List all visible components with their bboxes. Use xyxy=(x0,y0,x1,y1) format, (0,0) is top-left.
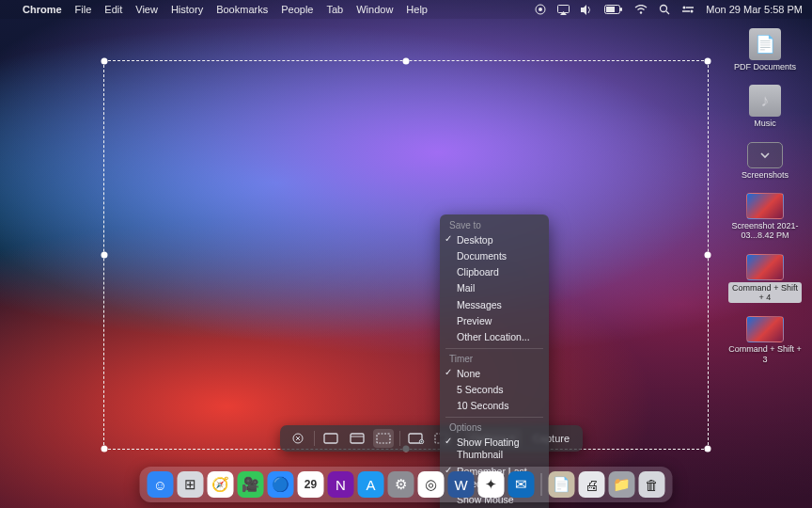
dock-app-calendar[interactable]: 29 xyxy=(298,471,324,498)
dock-separator xyxy=(541,473,542,496)
spotlight-icon[interactable] xyxy=(659,4,670,15)
battery-icon[interactable] xyxy=(604,5,623,14)
record-status-icon[interactable] xyxy=(535,4,546,15)
dock-app-safari[interactable]: 🧭 xyxy=(208,471,234,498)
record-screen-button[interactable] xyxy=(406,429,427,448)
dock-app-launchpad[interactable]: ⊞ xyxy=(178,471,204,498)
dock: ☺⊞🧭🎥🔵29NA⚙◎W✦✉📄🖨📁🗑 xyxy=(140,467,673,502)
popover-item[interactable]: Desktop xyxy=(440,232,549,248)
dock-app-slack[interactable]: ✦ xyxy=(478,471,505,498)
menu-window[interactable]: Window xyxy=(356,4,393,15)
capture-entire-screen-button[interactable] xyxy=(320,429,341,448)
dock-app-zoom[interactable]: 🔵 xyxy=(268,471,294,498)
screenshot-thumb-icon xyxy=(746,316,784,342)
volume-icon[interactable] xyxy=(581,5,593,15)
screenshot-thumb-icon xyxy=(746,193,784,219)
selection-handle-nw[interactable] xyxy=(102,58,108,65)
desktop-folder-pdf[interactable]: 📄 PDF Documents xyxy=(727,28,803,71)
desktop-label: Music xyxy=(754,119,776,128)
menu-view[interactable]: View xyxy=(135,4,158,15)
menu-history[interactable]: History xyxy=(171,4,203,15)
dock-app-finder[interactable]: ☺ xyxy=(148,471,174,498)
desktop-icons: 📄 PDF Documents ♪ Music Screenshots Scre… xyxy=(727,28,803,364)
screenshot-thumb-icon xyxy=(746,254,784,280)
desktop-label: Command + Shift + 4 xyxy=(728,282,802,304)
airplay-icon[interactable] xyxy=(557,5,570,15)
selection-handle-ne[interactable] xyxy=(705,58,711,65)
svg-line-10 xyxy=(666,11,669,14)
control-center-icon[interactable] xyxy=(681,5,695,14)
desktop-screenshot-2[interactable]: Command + Shift + 4 xyxy=(727,254,803,304)
popover-item[interactable]: Messages xyxy=(440,297,549,313)
svg-rect-18 xyxy=(324,434,337,443)
svg-point-13 xyxy=(691,10,694,13)
popover-item[interactable]: Mail xyxy=(440,280,549,296)
dock-app-appstore[interactable]: A xyxy=(358,471,384,498)
folder-icon: ♪ xyxy=(749,85,781,117)
svg-marker-4 xyxy=(581,5,586,15)
svg-rect-19 xyxy=(351,434,364,443)
wifi-icon[interactable] xyxy=(634,5,648,14)
desktop-label: Screenshot 2021-03...8.42 PM xyxy=(728,221,802,241)
popover-item[interactable]: Clipboard xyxy=(440,264,549,280)
toolbar-divider xyxy=(399,431,400,446)
toolbar-divider xyxy=(314,431,315,446)
popover-heading: Options xyxy=(440,421,549,435)
dock-app-word[interactable]: W xyxy=(448,471,475,498)
selection-handle-n[interactable] xyxy=(403,58,410,65)
desktop-folder-music[interactable]: ♪ Music xyxy=(727,85,803,128)
popover-item[interactable]: Show Floating Thumbnail xyxy=(440,435,549,463)
popover-heading: Timer xyxy=(440,352,549,366)
desktop-label: Screenshots xyxy=(742,170,789,180)
dock-app-facetime[interactable]: 🎥 xyxy=(238,471,264,498)
dropzone-icon xyxy=(747,142,783,168)
dock-app-folder[interactable]: 📁 xyxy=(609,471,635,498)
desktop-dropzone-screenshots[interactable]: Screenshots xyxy=(727,142,803,180)
svg-rect-6 xyxy=(606,7,615,12)
dock-app-chrome[interactable]: ◎ xyxy=(418,471,445,498)
popover-item[interactable]: 10 Seconds xyxy=(440,398,549,414)
svg-point-9 xyxy=(661,6,667,12)
popover-item[interactable]: None xyxy=(440,366,549,382)
desktop-screenshot-1[interactable]: Screenshot 2021-03...8.42 PM xyxy=(727,193,803,241)
desktop-label: Command + Shift + 3 xyxy=(728,344,802,364)
svg-point-24 xyxy=(421,441,423,443)
svg-rect-7 xyxy=(620,8,622,11)
selection-handle-e[interactable] xyxy=(705,252,711,259)
menu-file[interactable]: File xyxy=(75,4,92,15)
dock-app-settings[interactable]: ⚙ xyxy=(388,471,414,498)
svg-rect-21 xyxy=(377,434,390,443)
menubar-clock[interactable]: Mon 29 Mar 5:58 PM xyxy=(706,4,803,15)
capture-selection[interactable] xyxy=(103,60,709,450)
selection-handle-sw[interactable] xyxy=(102,446,108,452)
dock-app-outlook[interactable]: ✉ xyxy=(508,471,535,498)
popover-item[interactable]: Documents xyxy=(440,248,549,264)
options-popover: Save toDesktopDocumentsClipboardMailMess… xyxy=(440,214,549,508)
popover-item[interactable]: 5 Seconds xyxy=(440,382,549,398)
menu-people[interactable]: People xyxy=(281,4,313,15)
dock-app-printer[interactable]: 🖨 xyxy=(579,471,605,498)
svg-point-11 xyxy=(683,7,686,9)
dock-app-trash[interactable]: 🗑 xyxy=(639,471,665,498)
dock-app-preview-doc[interactable]: 📄 xyxy=(549,471,575,498)
selection-handle-w[interactable] xyxy=(102,252,108,259)
app-menu[interactable]: Chrome xyxy=(23,4,62,15)
menubar: Chrome File Edit View History Bookmarks … xyxy=(0,0,812,19)
popover-heading: Save to xyxy=(440,218,549,232)
capture-window-button[interactable] xyxy=(347,429,367,448)
menu-bookmarks[interactable]: Bookmarks xyxy=(216,4,268,15)
menu-edit[interactable]: Edit xyxy=(104,4,122,15)
svg-point-1 xyxy=(539,8,542,11)
popover-item[interactable]: Preview xyxy=(440,313,549,329)
close-button[interactable] xyxy=(288,429,308,448)
desktop-label: PDF Documents xyxy=(734,62,796,71)
svg-point-8 xyxy=(640,11,642,13)
menu-help[interactable]: Help xyxy=(406,4,428,15)
selection-handle-se[interactable] xyxy=(705,446,711,452)
capture-portion-button[interactable] xyxy=(373,429,394,448)
dock-app-onenote[interactable]: N xyxy=(328,471,354,498)
desktop-screenshot-3[interactable]: Command + Shift + 3 xyxy=(727,316,803,364)
popover-item[interactable]: Other Location... xyxy=(440,329,549,345)
folder-icon: 📄 xyxy=(749,28,781,60)
menu-tab[interactable]: Tab xyxy=(326,4,343,15)
